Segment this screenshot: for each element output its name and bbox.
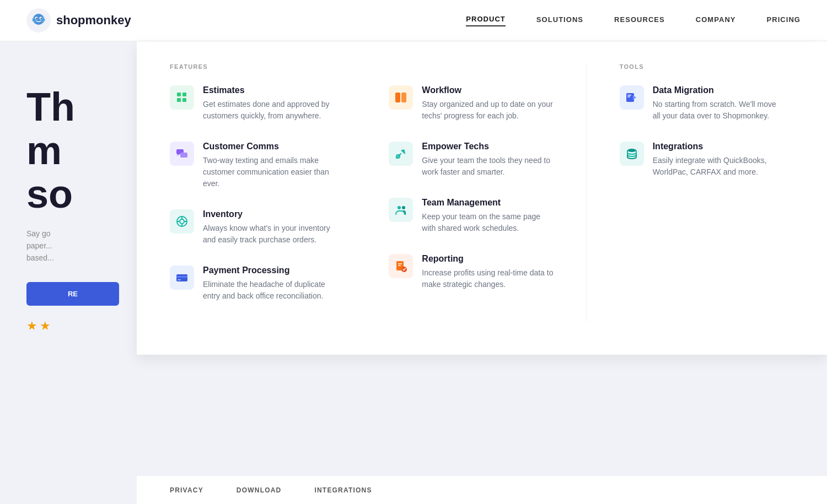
- logo[interactable]: shopmonkey: [26, 8, 131, 32]
- team-management-desc: Keep your team on the same page with sha…: [422, 211, 554, 234]
- hero-subtitle: Say gopaper...based...: [26, 227, 119, 264]
- menu-item-integrations[interactable]: Integrations Easily integrate with Quick…: [620, 142, 794, 178]
- product-dropdown: FEATURES Estimates Get estimates done an…: [137, 41, 827, 355]
- integrations-title: Integrations: [653, 142, 785, 151]
- reporting-title: Reporting: [422, 254, 554, 264]
- empower-techs-desc: Give your team the tools they need to wo…: [422, 155, 554, 178]
- svg-rect-38: [627, 96, 630, 97]
- customer-comms-icon: [170, 142, 194, 166]
- bottom-link-download[interactable]: DOWNLOAD: [237, 486, 282, 494]
- star-rating: ★ ★: [26, 319, 119, 333]
- estimates-desc: Get estimates done and approved by custo…: [203, 99, 335, 122]
- shopmonkey-logo-icon: [26, 8, 51, 32]
- data-migration-title: Data Migration: [653, 85, 785, 95]
- nav-resources[interactable]: RESOURCES: [614, 15, 665, 26]
- middle-spacer: _: [389, 63, 574, 70]
- tools-label: TOOLS: [620, 63, 794, 70]
- menu-item-team-management[interactable]: Team Management Keep your team on the sa…: [389, 198, 574, 234]
- menu-item-empower-techs[interactable]: Empower Techs Give your team the tools t…: [389, 142, 574, 178]
- workflow-desc: Stay organized and up to date on your te…: [422, 99, 554, 122]
- data-migration-icon: [620, 85, 644, 110]
- svg-rect-37: [627, 95, 631, 96]
- svg-rect-16: [180, 153, 187, 158]
- data-migration-desc: No starting from scratch. We'll move all…: [653, 99, 785, 122]
- features-column: FEATURES Estimates Get estimates done an…: [170, 63, 378, 322]
- payment-title: Payment Processing: [203, 265, 335, 275]
- workflow-icon: [389, 85, 413, 110]
- nav-product[interactable]: PRODUCT: [466, 15, 506, 26]
- svg-rect-24: [176, 274, 187, 281]
- svg-rect-26: [178, 279, 181, 280]
- svg-rect-27: [395, 93, 400, 102]
- svg-point-5: [36, 18, 37, 19]
- svg-point-31: [402, 206, 405, 209]
- svg-rect-14: [182, 98, 186, 102]
- inventory-icon: [170, 209, 194, 234]
- svg-rect-11: [177, 93, 181, 96]
- svg-point-10: [42, 19, 44, 21]
- svg-rect-12: [182, 93, 186, 96]
- estimates-icon: [170, 85, 194, 110]
- menu-item-workflow[interactable]: Workflow Stay organized and up to date o…: [389, 85, 574, 122]
- team-management-title: Team Management: [422, 198, 554, 208]
- star-2: ★: [40, 319, 51, 333]
- svg-point-19: [180, 219, 184, 224]
- nav-pricing[interactable]: PRICING: [767, 15, 801, 26]
- cta-button[interactable]: RE: [26, 282, 119, 306]
- reporting-icon: [389, 254, 413, 278]
- menu-item-payment[interactable]: Payment Processing Eliminate the headach…: [170, 265, 356, 302]
- svg-rect-28: [401, 93, 406, 102]
- nav-company[interactable]: COMPANY: [696, 15, 736, 26]
- workflow-title: Workflow: [422, 85, 554, 95]
- svg-rect-36: [626, 93, 634, 102]
- svg-point-39: [627, 149, 636, 152]
- customer-comms-desc: Two-way texting and emails make customer…: [203, 155, 335, 189]
- middle-column: _ Workflow Stay organized and up to date…: [378, 63, 586, 322]
- nav-solutions[interactable]: SOLUTIONS: [536, 15, 583, 26]
- empower-techs-icon: [389, 142, 413, 166]
- nav-links: PRODUCT SOLUTIONS RESOURCES COMPANY PRIC…: [466, 15, 801, 26]
- menu-item-inventory[interactable]: Inventory Always know what's in your inv…: [170, 209, 356, 246]
- reporting-desc: Increase profits using real-time data to…: [422, 267, 554, 290]
- customer-comms-title: Customer Comms: [203, 142, 335, 151]
- inventory-desc: Always know what's in your inventory and…: [203, 223, 335, 246]
- hero-background: Th m so Say gopaper...based... RE ★ ★: [0, 41, 137, 504]
- bottom-link-privacy[interactable]: PRIVACY: [170, 486, 203, 494]
- svg-rect-25: [176, 276, 187, 278]
- menu-item-data-migration[interactable]: Data Migration No starting from scratch.…: [620, 85, 794, 122]
- menu-item-reporting[interactable]: Reporting Increase profits using real-ti…: [389, 254, 574, 290]
- svg-point-9: [33, 19, 35, 21]
- menu-item-customer-comms[interactable]: Customer Comms Two-way texting and email…: [170, 142, 356, 189]
- inventory-title: Inventory: [203, 209, 335, 219]
- svg-rect-34: [398, 265, 401, 266]
- logo-text: shopmonkey: [56, 13, 131, 28]
- star-1: ★: [26, 319, 37, 333]
- integrations-icon: [620, 142, 644, 166]
- features-label: FEATURES: [170, 63, 356, 70]
- payment-icon: [170, 265, 194, 290]
- svg-point-30: [398, 206, 401, 209]
- hero-title: Th m so: [26, 85, 119, 216]
- payment-desc: Eliminate the headache of duplicate entr…: [203, 279, 335, 302]
- empower-techs-title: Empower Techs: [422, 142, 554, 151]
- svg-marker-17: [176, 154, 180, 156]
- bottom-bar: PRIVACY DOWNLOAD INTEGRATIONS: [137, 475, 827, 504]
- svg-rect-13: [177, 98, 181, 102]
- bottom-link-integrations[interactable]: INTEGRATIONS: [314, 486, 372, 494]
- svg-rect-33: [398, 263, 402, 264]
- team-management-icon: [389, 198, 413, 222]
- tools-column: TOOLS Data Migration No starting from sc…: [586, 63, 794, 322]
- integrations-desc: Easily integrate with QuickBooks, WorldP…: [653, 155, 785, 178]
- estimates-title: Estimates: [203, 85, 335, 95]
- navbar: shopmonkey PRODUCT SOLUTIONS RESOURCES C…: [0, 0, 827, 41]
- menu-item-estimates[interactable]: Estimates Get estimates done and approve…: [170, 85, 356, 122]
